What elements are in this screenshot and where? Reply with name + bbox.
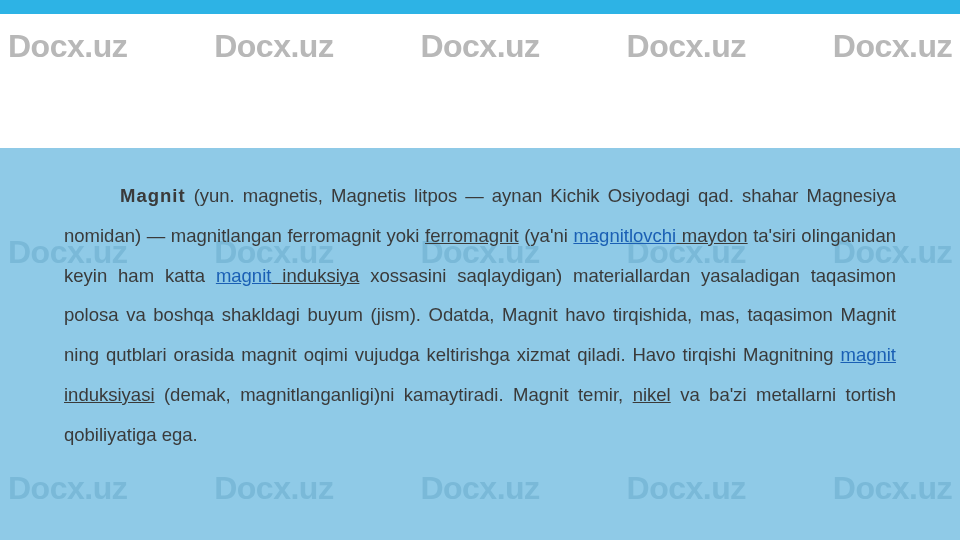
watermark: Docx.uz	[420, 470, 539, 507]
term-induksiyasi: induksiyasi	[64, 384, 155, 405]
body-paragraph: Magnit (yun. magnetis, Magnetis litpos —…	[64, 176, 896, 454]
watermark: Docx.uz	[214, 470, 333, 507]
watermark-row: Docx.uz Docx.uz Docx.uz Docx.uz Docx.uz	[0, 28, 960, 65]
lead-word: Magnit	[120, 185, 186, 206]
term-maydon: maydon	[676, 225, 747, 246]
watermark: Docx.uz	[627, 470, 746, 507]
watermark-bg-row: Docx.uz Docx.uz Docx.uz Docx.uz Docx.uz	[0, 470, 960, 507]
link-magnit-2[interactable]: magnit	[840, 344, 896, 365]
term-induksiya: induksiya	[271, 265, 359, 286]
term-nikel: nikel	[633, 384, 671, 405]
watermark: Docx.uz	[833, 28, 952, 65]
link-magnitlovchi[interactable]: magnitlovchi	[573, 225, 676, 246]
watermark: Docx.uz	[627, 28, 746, 65]
top-bar	[0, 0, 960, 14]
watermark: Docx.uz	[8, 28, 127, 65]
watermark: Docx.uz	[214, 28, 333, 65]
content-area: Docx.uz Docx.uz Docx.uz Docx.uz Docx.uz …	[0, 148, 960, 540]
term-ferromagnit: ferromagnit	[425, 225, 519, 246]
text: (demak, magnitlanganligi)ni kamaytiradi.…	[155, 384, 633, 405]
watermark: Docx.uz	[420, 28, 539, 65]
watermark: Docx.uz	[833, 470, 952, 507]
watermark: Docx.uz	[8, 470, 127, 507]
header-band: Docx.uz Docx.uz Docx.uz Docx.uz Docx.uz	[0, 14, 960, 148]
text: (ya'ni	[519, 225, 574, 246]
link-magnit[interactable]: magnit	[216, 265, 272, 286]
